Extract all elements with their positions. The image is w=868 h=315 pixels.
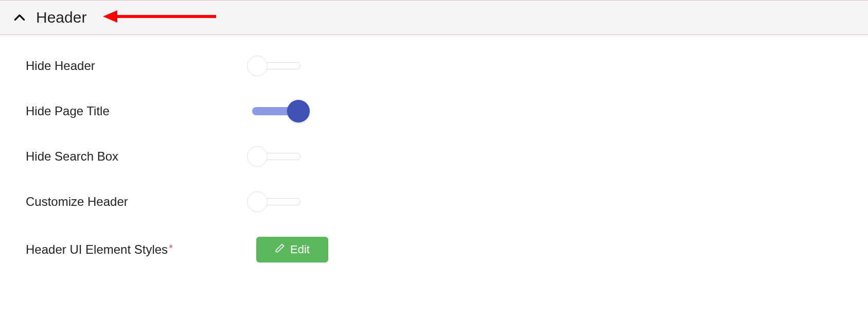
hide-header-toggle[interactable] — [247, 56, 304, 76]
edit-button[interactable]: Edit — [256, 237, 328, 262]
section-header[interactable]: Header — [0, 0, 868, 35]
pencil-icon — [275, 243, 285, 256]
edit-button-label: Edit — [290, 243, 310, 256]
hide-search-box-toggle[interactable] — [247, 146, 304, 167]
setting-row-hide-header: Hide Header — [26, 56, 842, 76]
required-asterisk: * — [169, 242, 173, 254]
setting-row-customize-header: Customize Header — [26, 191, 842, 212]
annotation-arrow — [103, 6, 221, 29]
setting-label: Hide Header — [26, 59, 247, 73]
customize-header-toggle[interactable] — [247, 191, 304, 212]
setting-row-hide-page-title: Hide Page Title — [26, 101, 842, 121]
setting-row-header-ui-styles: Header UI Element Styles* Edit — [26, 237, 842, 262]
hide-page-title-toggle[interactable] — [247, 101, 304, 121]
settings-body: Hide Header Hide Page Title Hide Search … — [0, 35, 868, 293]
section-title: Header — [36, 9, 86, 26]
setting-label: Hide Page Title — [26, 104, 247, 118]
chevron-up-icon — [12, 10, 27, 25]
setting-label: Hide Search Box — [26, 149, 247, 164]
setting-row-hide-search-box: Hide Search Box — [26, 146, 842, 167]
setting-label: Header UI Element Styles* — [26, 242, 247, 257]
setting-label-text: Header UI Element Styles — [26, 242, 168, 256]
setting-label: Customize Header — [26, 195, 247, 209]
svg-marker-1 — [103, 10, 117, 23]
